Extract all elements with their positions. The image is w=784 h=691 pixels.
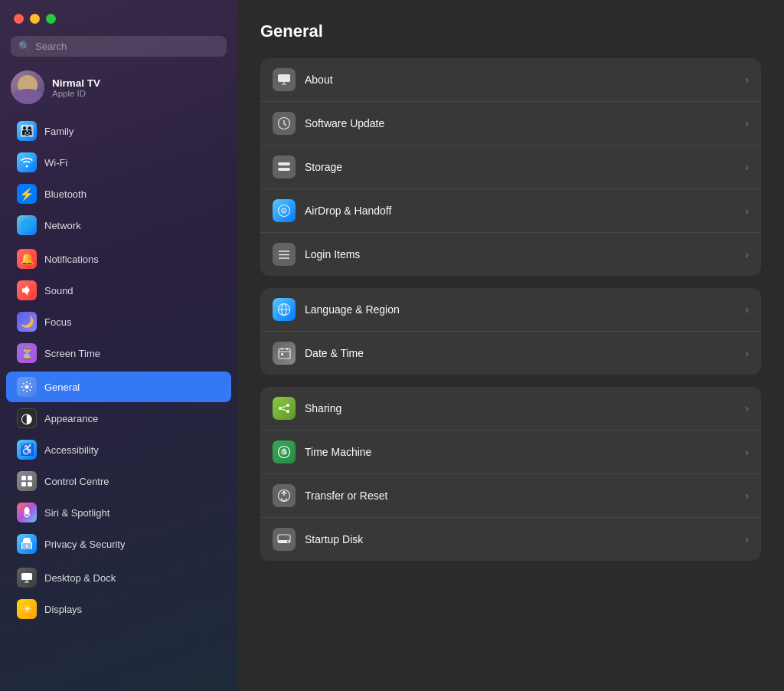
user-info: Nirmal TV Apple ID <box>52 77 100 98</box>
sidebar-item-label: Displays <box>44 604 82 615</box>
sidebar-item-label: Screen Time <box>44 348 100 359</box>
sidebar-item-privacy[interactable]: Privacy & Security <box>6 529 231 559</box>
sidebar: 🔍 Nirmal TV Apple ID 👨‍👩‍👧 Family <box>0 0 237 691</box>
settings-row-datetime[interactable]: Date & Time › <box>260 332 761 375</box>
settings-row-timemachine[interactable]: Time Machine › <box>260 431 761 474</box>
settings-row-sharing[interactable]: Sharing › <box>260 387 761 431</box>
svg-point-0 <box>25 385 29 389</box>
about-label: About <box>305 74 745 86</box>
sidebar-item-label: Control Centre <box>44 476 109 487</box>
search-input[interactable] <box>35 41 219 52</box>
search-bar[interactable]: 🔍 <box>11 36 227 57</box>
user-subtitle: Apple ID <box>52 89 100 98</box>
svg-rect-13 <box>278 168 290 171</box>
sidebar-section-display: Desktop & Dock ☀ Displays <box>0 562 237 624</box>
sidebar-item-label: Accessibility <box>44 444 99 456</box>
sidebar-item-bluetooth[interactable]: ⚡ Bluetooth <box>6 178 231 209</box>
privacy-icon <box>17 534 37 554</box>
storage-icon <box>273 156 296 178</box>
softwareupdate-label: Software Update <box>305 117 745 129</box>
storage-label: Storage <box>305 161 745 173</box>
avatar <box>11 70 44 104</box>
settings-row-about[interactable]: About › <box>260 58 761 102</box>
desktop-icon <box>17 568 37 588</box>
sidebar-item-focus[interactable]: 🌙 Focus <box>6 306 231 337</box>
sidebar-item-displays[interactable]: ☀ Displays <box>6 594 231 624</box>
sidebar-item-wifi[interactable]: Wi-Fi <box>6 147 231 178</box>
sidebar-section-preferences: General ◑ Appearance ♿ Accessibility <box>0 372 237 559</box>
svg-rect-12 <box>278 162 290 165</box>
bluetooth-icon: ⚡ <box>17 184 37 204</box>
sidebar-section-system: 🔔 Notifications Sound 🌙 Focus ⏳ Screen T… <box>0 244 237 368</box>
loginitems-label: Login Items <box>305 248 745 260</box>
settings-row-startupdisk[interactable]: Startup Disk › <box>260 518 761 561</box>
sidebar-nav: 👨‍👩‍👧 Family Wi-Fi ⚡ Bluetooth 🌐 Network <box>0 112 237 691</box>
svg-point-38 <box>287 541 289 542</box>
user-profile[interactable]: Nirmal TV Apple ID <box>0 64 237 112</box>
settings-row-transfer[interactable]: Transfer or Reset › <box>260 474 761 518</box>
sidebar-item-appearance[interactable]: ◑ Appearance <box>6 403 231 434</box>
svg-line-32 <box>282 409 286 411</box>
main-content: General About › Software Update › <box>237 0 784 691</box>
svg-rect-1 <box>21 476 26 480</box>
minimize-button[interactable] <box>30 14 40 24</box>
settings-row-airdrop[interactable]: AirDrop & Handoff › <box>260 189 761 233</box>
sidebar-item-screentime[interactable]: ⏳ Screen Time <box>6 338 231 368</box>
page-title: General <box>260 21 761 41</box>
startupdisk-label: Startup Disk <box>305 533 745 545</box>
settings-row-softwareupdate[interactable]: Software Update › <box>260 102 761 146</box>
general-icon <box>17 377 37 397</box>
timemachine-label: Time Machine <box>305 446 745 458</box>
screentime-icon: ⏳ <box>17 343 37 363</box>
sidebar-item-label: Sound <box>44 285 74 296</box>
settings-row-language[interactable]: Language & Region › <box>260 288 761 332</box>
traffic-lights <box>0 0 237 33</box>
startupdisk-icon <box>273 528 296 551</box>
network-icon: 🌐 <box>17 215 37 235</box>
sidebar-section-network: 👨‍👩‍👧 Family Wi-Fi ⚡ Bluetooth 🌐 Network <box>0 116 237 241</box>
language-chevron: › <box>745 303 749 316</box>
sidebar-item-network[interactable]: 🌐 Network <box>6 210 231 241</box>
sidebar-item-siri[interactable]: Siri & Spotlight <box>6 497 231 528</box>
user-name: Nirmal TV <box>52 77 100 89</box>
transfer-icon <box>273 484 296 507</box>
sidebar-item-controlcentre[interactable]: Control Centre <box>6 466 231 496</box>
timemachine-chevron: › <box>745 446 749 458</box>
settings-row-loginitems[interactable]: Login Items › <box>260 233 761 276</box>
svg-line-31 <box>282 406 286 408</box>
sidebar-item-label: Notifications <box>44 254 99 265</box>
airdrop-label: AirDrop & Handoff <box>305 205 745 217</box>
sidebar-item-family[interactable]: 👨‍👩‍👧 Family <box>6 116 231 146</box>
sidebar-item-label: Wi-Fi <box>44 157 67 169</box>
datetime-icon <box>273 342 296 365</box>
loginitems-chevron: › <box>745 248 749 260</box>
sidebar-item-notifications[interactable]: 🔔 Notifications <box>6 244 231 274</box>
svg-rect-3 <box>21 482 26 486</box>
sidebar-item-sound[interactable]: Sound <box>6 275 231 306</box>
sidebar-item-general[interactable]: General <box>6 372 231 402</box>
svg-rect-2 <box>28 476 32 480</box>
settings-row-storage[interactable]: Storage › <box>260 146 761 189</box>
sidebar-item-label: Appearance <box>44 413 98 424</box>
softwareupdate-icon <box>273 112 296 135</box>
sidebar-item-desktop[interactable]: Desktop & Dock <box>6 562 231 593</box>
close-button[interactable] <box>14 14 24 24</box>
appearance-icon: ◑ <box>17 408 37 428</box>
svg-point-16 <box>283 210 285 211</box>
datetime-label: Date & Time <box>305 347 745 359</box>
sidebar-item-label: Siri & Spotlight <box>44 507 109 519</box>
svg-point-8 <box>26 545 28 546</box>
datetime-chevron: › <box>745 347 749 359</box>
notifications-icon: 🔔 <box>17 249 37 269</box>
about-icon <box>273 68 296 91</box>
siri-icon <box>17 503 37 522</box>
airdrop-icon <box>273 199 296 222</box>
transfer-label: Transfer or Reset <box>305 490 745 502</box>
svg-point-29 <box>279 407 282 410</box>
sharing-chevron: › <box>745 402 749 414</box>
sidebar-item-accessibility[interactable]: ♿ Accessibility <box>6 434 231 465</box>
sidebar-item-label: Privacy & Security <box>44 539 125 550</box>
maximize-button[interactable] <box>46 14 56 24</box>
svg-rect-10 <box>278 74 290 82</box>
wifi-icon <box>17 152 37 172</box>
